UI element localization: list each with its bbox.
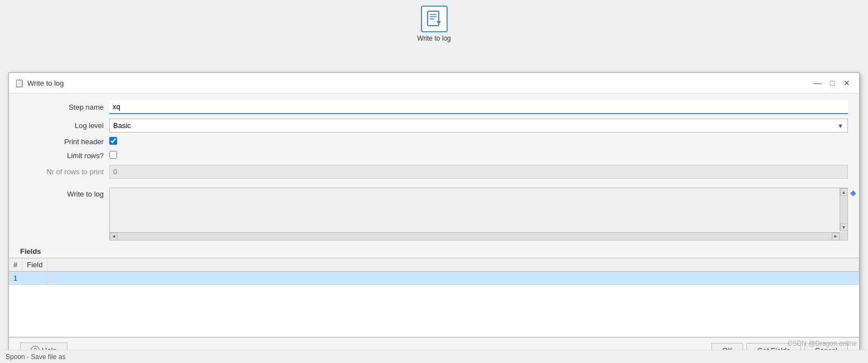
nr-rows-input — [109, 165, 848, 179]
diamond-icon: ◆ — [850, 188, 856, 197]
limit-rows-wrap — [109, 151, 848, 160]
svg-rect-0 — [428, 11, 439, 26]
nr-rows-label: Nr of rows to print — [20, 168, 109, 176]
scroll-right-icon[interactable]: ► — [832, 233, 840, 241]
log-level-label: Log level — [20, 121, 109, 130]
dialog-titlebar: 📋 Write to log — □ ✕ — [9, 73, 859, 94]
write-to-log-textarea[interactable] — [110, 188, 847, 238]
row-extra — [47, 272, 859, 285]
dialog-content: Step name Log level Basic Minimal Nothin… — [9, 94, 859, 362]
minimize-button[interactable]: — — [811, 76, 825, 90]
print-header-label: Print header — [20, 138, 109, 146]
row-num: 1 — [9, 272, 22, 285]
fields-data-table: # Field 1 — [9, 258, 859, 285]
step-name-wrap — [109, 100, 848, 114]
top-area: Write to log — [0, 0, 868, 48]
table-row[interactable]: 1 — [9, 272, 859, 285]
col-field-header: Field — [22, 258, 47, 272]
step-icon-label: Write to log — [417, 35, 450, 42]
nr-rows-row: Nr of rows to print — [20, 165, 848, 179]
scroll-down-icon[interactable]: ▼ — [840, 223, 848, 231]
maximize-button[interactable]: □ — [826, 76, 839, 90]
close-button[interactable]: ✕ — [840, 76, 854, 90]
bottom-bar-text: Spoon - Save file as — [6, 353, 65, 361]
bottom-bar: Spoon - Save file as — [0, 350, 868, 363]
scroll-up-icon[interactable]: ▲ — [840, 188, 848, 196]
fields-section: Fields # Field 1 — [9, 245, 859, 337]
log-level-wrap: Basic Minimal Nothing Error Rowlevel Deb… — [109, 119, 848, 133]
textarea-hscrollbar[interactable]: ◄ ► — [110, 232, 840, 240]
textarea-vscrollbar[interactable]: ▲ ▼ — [840, 188, 847, 231]
log-level-row: Log level Basic Minimal Nothing Error Ro… — [20, 119, 848, 133]
scroll-track — [840, 196, 847, 223]
fields-table: # Field 1 — [9, 258, 859, 337]
limit-rows-label: Limit rows? — [20, 151, 109, 160]
write-to-log-label: Write to log — [20, 188, 109, 198]
log-level-select[interactable]: Basic Minimal Nothing Error Rowlevel Deb… — [109, 119, 848, 133]
row-field — [22, 272, 47, 285]
step-name-input[interactable] — [109, 100, 848, 114]
write-to-log-row: Write to log ▲ ▼ ◄ ► ◆ — [9, 188, 859, 241]
dialog-icon: 📋 — [14, 79, 24, 87]
print-header-row: Print header — [20, 137, 848, 146]
log-level-select-wrap: Basic Minimal Nothing Error Rowlevel Deb… — [109, 119, 848, 133]
write-to-log-wrap: ▲ ▼ ◄ ► ◆ — [109, 188, 848, 241]
scroll-h-track — [118, 233, 832, 240]
limit-rows-row: Limit rows? — [20, 151, 848, 160]
scroll-left-icon[interactable]: ◄ — [110, 233, 118, 241]
col-num-header: # — [9, 258, 22, 272]
form-area: Step name Log level Basic Minimal Nothin… — [9, 94, 859, 188]
step-name-label: Step name — [20, 103, 109, 111]
watermark: CSDN @Dragon online — [788, 340, 857, 347]
table-header-row: # Field — [9, 258, 859, 272]
print-header-checkbox[interactable] — [109, 137, 117, 145]
step-name-row: Step name — [20, 100, 848, 114]
col-empty-header — [47, 258, 859, 272]
fields-label: Fields — [9, 245, 859, 258]
dialog: 📋 Write to log — □ ✕ Step name Log level — [8, 72, 860, 363]
print-header-wrap — [109, 137, 848, 146]
limit-rows-checkbox[interactable] — [109, 151, 117, 159]
step-icon — [421, 6, 448, 32]
scroll-corner — [840, 232, 847, 240]
nr-rows-wrap — [109, 165, 848, 179]
dialog-title: Write to log — [27, 79, 810, 87]
